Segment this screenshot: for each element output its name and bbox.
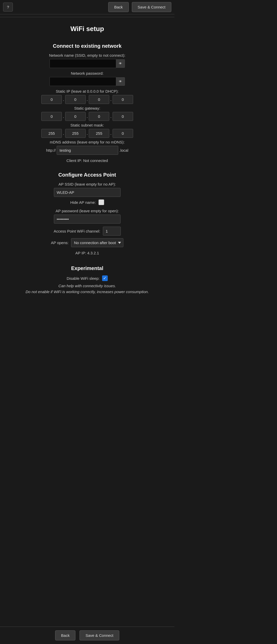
dot-6: . bbox=[110, 114, 111, 119]
page-title: WiFi setup bbox=[70, 25, 104, 33]
gateway-octet-2[interactable] bbox=[65, 112, 86, 121]
ap-password-label: AP password (leave empty for open): bbox=[56, 209, 119, 213]
back-button-top[interactable]: Back bbox=[108, 2, 128, 12]
password-field-row: 👁 bbox=[50, 77, 125, 86]
dot-9: . bbox=[110, 131, 111, 136]
disable-wifi-row: Disable WiFi sleep: bbox=[67, 275, 108, 281]
experimental-title: Experimental bbox=[71, 265, 103, 271]
dot-8: . bbox=[87, 131, 88, 136]
gateway-row: . . . bbox=[41, 112, 133, 121]
ap-ssid-input[interactable] bbox=[54, 188, 121, 197]
help-text-2: Do not enable if WiFi is working correct… bbox=[26, 290, 149, 294]
dot-4: . bbox=[63, 114, 64, 119]
mdns-suffix: .local bbox=[119, 148, 128, 152]
client-ip-status: Client IP: Not connected bbox=[66, 158, 108, 163]
ap-password-input[interactable] bbox=[54, 215, 121, 224]
ssid-label: Network name (SSID, empty to not connect… bbox=[49, 53, 125, 57]
subnet-octet-2[interactable] bbox=[65, 129, 86, 138]
help-text-1: Can help with connectivity issues. bbox=[58, 284, 116, 288]
main-content: WiFi setup Connect to existing network N… bbox=[0, 20, 174, 627]
hide-ap-checkbox[interactable] bbox=[98, 199, 104, 205]
static-ip-octet-4[interactable] bbox=[113, 95, 133, 104]
ap-section: Configure Access Point AP SSID (leave em… bbox=[8, 167, 167, 260]
password-input[interactable] bbox=[50, 77, 116, 86]
dot-1: . bbox=[63, 97, 64, 102]
static-ip-octet-3[interactable] bbox=[89, 95, 109, 104]
subnet-octet-4[interactable] bbox=[113, 129, 133, 138]
dot-3: . bbox=[110, 97, 111, 102]
top-bar: ? Back Save & Connect bbox=[0, 0, 174, 14]
subnet-octet-3[interactable] bbox=[89, 129, 109, 138]
password-label: Network password: bbox=[71, 71, 104, 75]
ssid-input[interactable] bbox=[50, 59, 116, 68]
static-ip-label: Static IP (leave at 0.0.0.0 for DHCP): bbox=[56, 89, 119, 93]
static-ip-octet-2[interactable] bbox=[65, 95, 86, 104]
experimental-section: Experimental Disable WiFi sleep: Can hel… bbox=[8, 260, 167, 299]
mdns-row: http:// .local bbox=[46, 146, 128, 155]
back-button-bottom[interactable]: Back bbox=[55, 630, 75, 640]
help-button[interactable]: ? bbox=[3, 3, 13, 12]
mdns-prefix: http:// bbox=[46, 148, 56, 152]
ap-section-title: Configure Access Point bbox=[58, 172, 116, 178]
hide-ap-label: Hide AP name: bbox=[70, 200, 96, 205]
save-connect-button-top[interactable]: Save & Connect bbox=[132, 2, 171, 12]
channel-row: Access Point WiFi channel: bbox=[54, 227, 121, 236]
dot-2: . bbox=[87, 97, 88, 102]
connect-section: Connect to existing network Network name… bbox=[8, 38, 167, 167]
ssid-toggle-btn[interactable]: 👁 bbox=[116, 59, 125, 68]
disable-wifi-sleep-checkbox[interactable] bbox=[102, 275, 108, 281]
subnet-row: . . . bbox=[41, 129, 133, 138]
channel-input[interactable] bbox=[103, 227, 121, 236]
password-toggle-btn[interactable]: 👁 bbox=[116, 77, 125, 86]
channel-label: Access Point WiFi channel: bbox=[54, 229, 100, 233]
disable-wifi-label: Disable WiFi sleep: bbox=[67, 276, 100, 281]
hide-ap-row: Hide AP name: bbox=[70, 199, 104, 205]
save-connect-button-bottom[interactable]: Save & Connect bbox=[80, 630, 119, 640]
gateway-octet-3[interactable] bbox=[89, 112, 109, 121]
static-ip-row: . . . bbox=[41, 95, 133, 104]
ap-opens-row: AP opens: No connection after boot Alway… bbox=[51, 238, 124, 247]
static-ip-octet-1[interactable] bbox=[41, 95, 62, 104]
bottom-bar: Back Save & Connect bbox=[0, 627, 174, 644]
gateway-octet-4[interactable] bbox=[113, 112, 133, 121]
gateway-octet-1[interactable] bbox=[41, 112, 62, 121]
gateway-label: Static gateway: bbox=[74, 106, 100, 110]
ssid-field-row: 👁 bbox=[50, 59, 125, 68]
dot-7: . bbox=[63, 131, 64, 136]
dot-5: . bbox=[87, 114, 88, 119]
mdns-label: mDNS address (leave empty for no mDNS): bbox=[50, 140, 125, 144]
ap-ip-text: AP IP: 4.3.2.1 bbox=[75, 251, 99, 255]
mdns-input[interactable] bbox=[57, 146, 118, 155]
subnet-octet-1[interactable] bbox=[41, 129, 62, 138]
subnet-label: Static subnet mask: bbox=[71, 123, 104, 127]
ap-ssid-label: AP SSID (leave empty for no AP): bbox=[58, 182, 116, 186]
ap-opens-select[interactable]: No connection after boot Always Never bbox=[71, 238, 123, 247]
ap-opens-label: AP opens: bbox=[51, 241, 69, 245]
connect-section-title: Connect to existing network bbox=[53, 43, 122, 49]
